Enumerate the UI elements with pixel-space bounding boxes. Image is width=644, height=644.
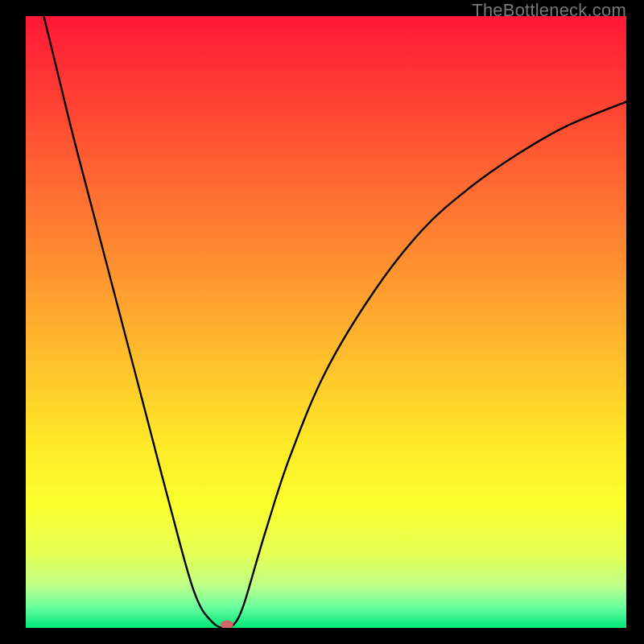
bottleneck-chart [26, 16, 626, 628]
plot-area [26, 16, 626, 628]
chart-frame: TheBottleneck.com [0, 0, 644, 644]
gradient-background [26, 16, 626, 628]
